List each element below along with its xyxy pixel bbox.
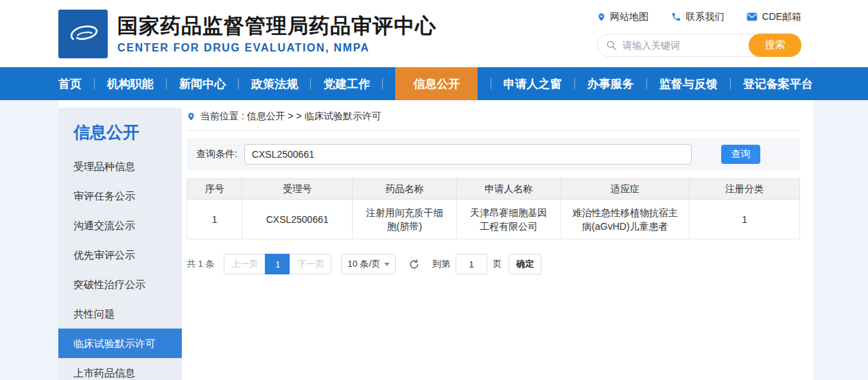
nav-item-supervision[interactable]: 监督与反馈	[659, 67, 718, 100]
site-search-button[interactable]: 搜索	[749, 34, 801, 57]
nav-separator	[646, 78, 647, 89]
nav-item-party[interactable]: 党建工作	[323, 67, 370, 100]
sidebar-item-clinical-trial-implied-license[interactable]: 临床试验默示许可	[58, 329, 182, 358]
sidebar-item-breakthrough-therapy[interactable]: 突破性治疗公示	[58, 270, 182, 299]
location-pin-icon	[187, 111, 196, 122]
brand-text: 国家药品监督管理局药品审评中心 CENTER FOR DRUG EVALUATI…	[117, 14, 436, 54]
query-bar: 查询条件: 查询	[187, 138, 800, 170]
cell-applicant: 天津昂赛细胞基因工程有限公司	[456, 200, 561, 239]
sidebar-item-communication[interactable]: 沟通交流公示	[58, 211, 182, 240]
col-header-seq: 序号	[187, 179, 242, 200]
nav-separator	[491, 78, 491, 89]
col-header-acceptance-no: 受理号	[242, 179, 353, 200]
nav-item-registration-platform[interactable]: 登记备案平台	[743, 67, 813, 100]
content-container: 信息公开 受理品种信息 审评任务公示 沟通交流公示 优先审评公示 突破性治疗公示…	[58, 100, 813, 380]
nav-item-news[interactable]: 新闻中心	[179, 67, 226, 100]
link-contact-label: 联系我们	[685, 11, 724, 23]
brand: 国家药品监督管理局药品审评中心 CENTER FOR DRUG EVALUATI…	[58, 10, 436, 58]
cell-indication: 难治性急性移植物抗宿主病(aGvHD)儿童患者	[561, 200, 690, 239]
search-icon	[606, 40, 617, 51]
cell-seq: 1	[187, 200, 242, 239]
location-pin-icon	[597, 12, 606, 23]
sidebar-item-accepted-varieties[interactable]: 受理品种信息	[58, 152, 182, 181]
cell-registration-class: 1	[690, 200, 800, 239]
page-size-value: 10 条/页	[347, 258, 380, 270]
cell-acceptance-no: CXSL2500661	[242, 200, 353, 239]
nav-separator	[730, 78, 731, 89]
phone-icon	[671, 12, 681, 22]
nav-item-applicant-window[interactable]: 申请人之窗	[504, 67, 562, 100]
site-subtitle: CENTER FOR DRUG EVALUATION, NMPA	[117, 42, 436, 54]
col-header-registration-class: 注册分类	[690, 179, 800, 200]
nav-separator	[94, 78, 95, 89]
pagination: 共 1 条 上一页 1 下一页 10 条/页 到第	[187, 254, 800, 274]
cde-swoosh-icon	[63, 14, 103, 54]
sidebar-item-priority-review[interactable]: 优先审评公示	[58, 240, 182, 270]
goto-confirm-button[interactable]: 确定	[508, 254, 541, 274]
breadcrumb-text: 当前位置 : 信息公开 > > 临床试验默示许可	[200, 110, 382, 123]
sidebar-item-marketed-drugs[interactable]: 上市药品信息	[58, 358, 182, 380]
col-header-applicant: 申请人名称	[456, 179, 561, 200]
table-row: 1 CXSL2500661 注射用间充质干细胞(脐带) 天津昂赛细胞基因工程有限…	[187, 200, 800, 239]
sidebar: 信息公开 受理品种信息 审评任务公示 沟通交流公示 优先审评公示 突破性治疗公示…	[58, 108, 182, 380]
sidebar-item-common-issues[interactable]: 共性问题	[58, 299, 182, 329]
site-search-input[interactable]	[622, 40, 739, 51]
site-search: 搜索	[597, 34, 801, 57]
quick-links: 网站地图 联系我们 CDE邮箱	[597, 11, 801, 23]
nav-separator	[166, 78, 167, 89]
table-header-row: 序号 受理号 药品名称 申请人名称 适应症 注册分类	[187, 179, 800, 200]
nav-item-info-disclosure[interactable]: 信息公开	[395, 67, 478, 100]
nav-separator	[310, 78, 311, 89]
goto-page-input[interactable]	[456, 254, 487, 274]
current-page-button[interactable]: 1	[265, 254, 290, 274]
envelope-icon	[747, 12, 758, 21]
page-body: 信息公开 受理品种信息 审评任务公示 沟通交流公示 优先审评公示 突破性治疗公示…	[0, 100, 868, 380]
nav-item-policies[interactable]: 政策法规	[251, 67, 298, 100]
breadcrumb: 当前位置 : 信息公开 > > 临床试验默示许可	[187, 110, 800, 131]
link-contact[interactable]: 联系我们	[671, 11, 724, 23]
nav-separator	[238, 78, 239, 89]
main-nav: 首页 机构职能 新闻中心 政策法规 党建工作 信息公开 申请人之窗 办事服务 监…	[0, 67, 868, 100]
goto-page-unit: 页	[493, 258, 502, 270]
next-page-button[interactable]: 下一页	[290, 254, 331, 274]
sidebar-item-review-tasks[interactable]: 审评任务公示	[58, 181, 182, 211]
link-sitemap[interactable]: 网站地图	[597, 11, 648, 23]
query-button[interactable]: 查询	[721, 145, 760, 164]
query-label: 查询条件:	[196, 148, 237, 161]
cell-drug-name: 注射用间充质干细胞(脐带)	[353, 200, 457, 239]
col-header-indication: 适应症	[561, 179, 690, 200]
main-content: 当前位置 : 信息公开 > > 临床试验默示许可 查询条件: 查询 序号 受理号…	[182, 100, 813, 380]
goto-page-label: 到第	[432, 258, 450, 270]
link-sitemap-label: 网站地图	[610, 11, 648, 23]
site-header: 国家药品监督管理局药品审评中心 CENTER FOR DRUG EVALUATI…	[0, 0, 868, 67]
nav-item-services[interactable]: 办事服务	[587, 67, 634, 100]
cde-site-page: { "header": { "title": "国家药品监督管理局药品审评中心"…	[0, 0, 868, 380]
chevron-down-icon	[384, 263, 390, 266]
header-right: 网站地图 联系我们 CDE邮箱	[597, 11, 801, 57]
link-mail[interactable]: CDE邮箱	[747, 11, 801, 23]
cde-logo[interactable]	[58, 10, 108, 58]
col-header-drug-name: 药品名称	[353, 179, 457, 200]
prev-page-button[interactable]: 上一页	[224, 254, 266, 274]
nav-item-home[interactable]: 首页	[58, 67, 82, 100]
nav-separator	[382, 78, 383, 89]
link-mail-label: CDE邮箱	[762, 11, 801, 23]
sidebar-title: 信息公开	[58, 108, 182, 152]
nav-separator	[574, 78, 575, 89]
query-input[interactable]	[244, 144, 692, 165]
site-title: 国家药品监督管理局药品审评中心	[117, 14, 436, 38]
refresh-icon	[408, 259, 420, 270]
results-table: 序号 受理号 药品名称 申请人名称 适应症 注册分类 1 CXSL2500661…	[187, 178, 800, 239]
page-size-select[interactable]: 10 条/页	[341, 254, 396, 274]
refresh-button[interactable]	[408, 259, 420, 270]
nav-item-functions[interactable]: 机构职能	[107, 67, 154, 100]
pager-group: 上一页 1 下一页	[224, 254, 331, 274]
pagination-total: 共 1 条	[187, 258, 214, 270]
